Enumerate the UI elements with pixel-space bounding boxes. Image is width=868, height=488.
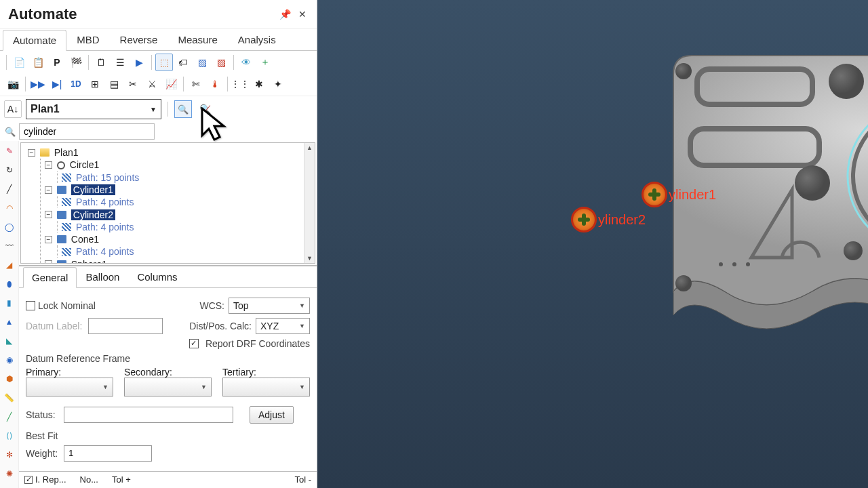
az-icon[interactable]: A↓ (4, 100, 22, 118)
collapse-icon[interactable]: − (45, 260, 52, 263)
collapse-icon[interactable]: − (28, 149, 35, 157)
ellipse-tool-icon[interactable]: ◯ (2, 220, 17, 235)
lock-nominal-checkbox[interactable] (26, 301, 35, 310)
cylinder-tool-icon[interactable]: ⬮ (2, 277, 17, 291)
angle-tool-icon[interactable]: ⟨⟩ (2, 428, 17, 443)
report-drf-checkbox[interactable]: ✓ (189, 339, 199, 348)
tree-item-sphere1[interactable]: − Sphere1 (45, 258, 313, 264)
edge-tool-icon[interactable]: ╱ (2, 409, 17, 424)
chart-icon[interactable]: 📈 (162, 75, 180, 93)
feature-icon (57, 186, 66, 194)
tree-root[interactable]: − Plan1 − Circle1 Path: (28, 146, 313, 264)
tree-item-cylinder2[interactable]: − Cylinder2 Path: 4 points (45, 208, 313, 232)
tree-item-circle1[interactable]: − Circle1 Path: 15 points (45, 159, 313, 183)
torus-tool-icon[interactable]: ◉ (2, 352, 17, 367)
datum-label-input[interactable] (88, 318, 163, 334)
hatch-icon[interactable]: ▨ (193, 54, 211, 71)
spline-tool-icon[interactable]: 〰 (2, 239, 17, 253)
p-icon[interactable]: P (48, 54, 66, 71)
grid-icon[interactable]: ⊞ (86, 75, 104, 93)
tab-automate[interactable]: Automate (3, 30, 66, 51)
irep-toggle[interactable]: ✓I. Rep... (24, 474, 66, 485)
ruler-tool-icon[interactable]: 📏 (2, 390, 17, 405)
dots-icon[interactable]: ⋮⋮ (231, 75, 249, 93)
table-icon[interactable]: ▤ (105, 75, 123, 93)
tab-reverse[interactable]: Reverse (110, 29, 168, 50)
bottom-tolp[interactable]: Tol + (112, 474, 131, 485)
viewport-label-cylinder2[interactable]: ylinder2 (571, 207, 646, 232)
prism-tool-icon[interactable]: ◢ (2, 258, 17, 272)
tag-icon[interactable]: 🏷 (174, 54, 192, 71)
scissors-icon[interactable]: ✄ (187, 75, 205, 93)
tertiary-label: Tertiary: (222, 367, 256, 378)
arc-tool-icon[interactable]: ◠ (2, 201, 17, 216)
scroll-down-icon[interactable]: ▼ (304, 253, 315, 263)
notes-icon[interactable]: 📄 (10, 54, 28, 71)
search-row: 🔍 (0, 122, 317, 141)
weight-input[interactable] (64, 445, 152, 462)
plan-dropdown[interactable]: Plan1 ▼ (26, 99, 161, 119)
box-tool-icon[interactable]: ▮ (2, 296, 17, 310)
axes-icon[interactable]: ✦ (269, 75, 287, 93)
poly-tool-icon[interactable]: ⬢ (2, 371, 17, 386)
tab-columns[interactable]: Columns (128, 266, 186, 287)
pin-icon[interactable]: 📌 (279, 8, 291, 20)
caliper2-icon[interactable]: ⚔ (143, 75, 161, 93)
1d-icon[interactable]: 1D (67, 75, 85, 93)
hatch-red-icon[interactable]: ▨ (212, 54, 230, 71)
line-tool-icon[interactable]: ╱ (2, 182, 17, 197)
scroll-up-icon[interactable]: ▲ (304, 143, 315, 152)
tree-item-cylinder1[interactable]: − Cylinder1 Path: 4 points (45, 184, 313, 208)
datum-label: Datum Label: (26, 321, 84, 331)
tab-analysis[interactable]: Analysis (228, 29, 286, 50)
eye-icon[interactable]: 👁 (237, 54, 255, 71)
tab-mbd[interactable]: MBD (66, 29, 109, 50)
report-icon[interactable]: 🗒 (92, 54, 110, 71)
weight-label: Weight: (26, 448, 60, 459)
tab-general[interactable]: General (23, 267, 77, 288)
star-tool-icon[interactable]: ✻ (2, 447, 17, 462)
secondary-dropdown[interactable]: ▼ (124, 378, 212, 396)
3d-viewport[interactable]: ylinder1 ylinder2 (317, 0, 868, 488)
thermometer-icon[interactable]: 🌡 (206, 75, 224, 93)
vectors-icon[interactable]: ✱ (250, 75, 268, 93)
search-input[interactable] (19, 123, 155, 140)
bottom-tolm[interactable]: Tol - (294, 474, 311, 485)
play-pause-icon[interactable]: ▶| (48, 75, 66, 93)
collapse-icon[interactable]: − (45, 161, 52, 169)
collapse-icon[interactable]: − (45, 211, 52, 218)
burst-tool-icon[interactable]: ✺ (2, 466, 17, 481)
wedge-tool-icon[interactable]: ◣ (2, 333, 17, 348)
close-icon[interactable]: ✕ (296, 8, 309, 20)
camera-icon[interactable]: 📷 (4, 75, 22, 93)
viewport-label-cylinder1[interactable]: ylinder1 (642, 182, 716, 207)
flag-icon[interactable]: 🏁 (67, 54, 85, 71)
plus-icon[interactable]: ＋ (256, 54, 274, 71)
status-input[interactable] (64, 407, 233, 423)
cone-tool-icon[interactable]: ▲ (2, 314, 17, 329)
distpos-dropdown[interactable]: XYZ▼ (256, 318, 310, 334)
tree-item-cone1[interactable]: − Cone1 Path: 4 points (45, 233, 313, 258)
caliper-icon[interactable]: ✂ (124, 75, 142, 93)
collapse-icon[interactable]: − (45, 236, 52, 243)
tree-scrollbar[interactable]: ▲ ▼ (304, 143, 315, 263)
collapse-icon[interactable]: − (45, 186, 52, 194)
tab-balloon[interactable]: Balloon (77, 266, 128, 287)
clipboard-icon[interactable]: 📋 (29, 54, 47, 71)
adjust-button[interactable]: Adjust (250, 406, 294, 424)
wcs-dropdown[interactable]: Top▼ (229, 298, 310, 314)
feature-tree[interactable]: − Plan1 − Circle1 Path: (20, 142, 315, 264)
cursor-box-icon[interactable]: ⬚ (155, 54, 173, 71)
step-fwd-icon[interactable]: ▶▶ (29, 75, 47, 93)
list-icon[interactable]: ☰ (111, 54, 129, 71)
path-icon (62, 223, 71, 231)
play-icon[interactable]: ▶ (130, 54, 148, 71)
repeat-icon[interactable]: ↻ (2, 163, 17, 178)
bottom-no[interactable]: No... (80, 474, 98, 485)
find-button[interactable]: 🔍 (174, 100, 192, 118)
tab-measure[interactable]: Measure (167, 29, 227, 50)
find-clear-icon[interactable]: 🔍̸ (196, 100, 214, 118)
tertiary-dropdown[interactable]: ▼ (222, 378, 310, 396)
point-tool-icon[interactable]: ✎ (2, 144, 17, 159)
primary-dropdown[interactable]: ▼ (26, 378, 113, 396)
